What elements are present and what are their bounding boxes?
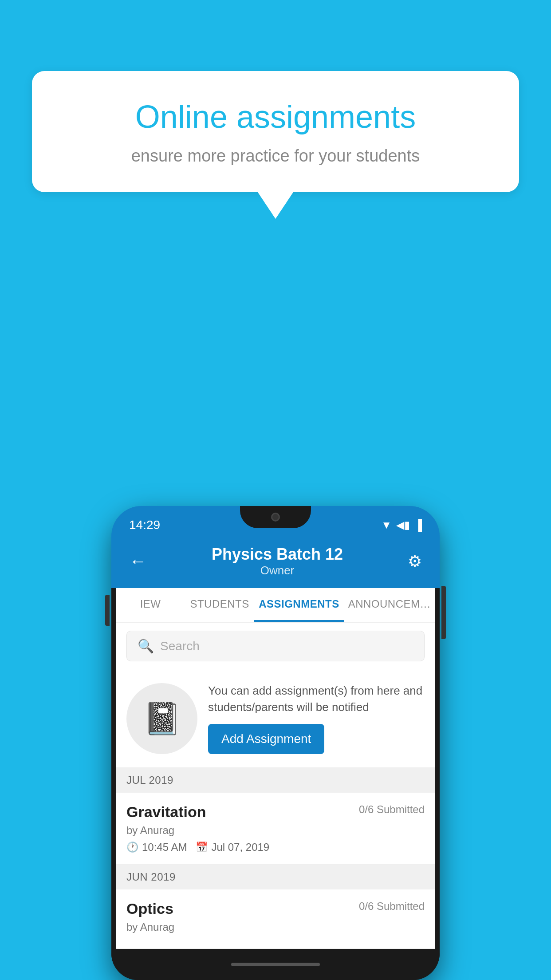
speech-bubble: Online assignments ensure more practice … bbox=[32, 71, 519, 192]
assignment-submitted: 0/6 Submitted bbox=[359, 803, 425, 816]
assignment-promo-text: You can add assignment(s) from here and … bbox=[208, 683, 425, 715]
speech-bubble-title: Online assignments bbox=[67, 98, 484, 136]
header-title: Physics Batch 12 bbox=[147, 545, 408, 564]
assignment-item-optics-top: Optics 0/6 Submitted bbox=[126, 900, 425, 917]
status-bar: 14:29 ▼ ◀▮ ▐ bbox=[111, 506, 440, 536]
meta-time: 🕐 10:45 AM bbox=[126, 841, 187, 854]
header-subtitle: Owner bbox=[147, 564, 408, 577]
assignment-optics-submitted: 0/6 Submitted bbox=[359, 900, 425, 913]
assignment-optics-by: by Anurag bbox=[126, 921, 425, 933]
settings-button[interactable]: ⚙ bbox=[408, 552, 422, 571]
phone-notch bbox=[240, 506, 311, 528]
front-camera bbox=[271, 513, 280, 522]
assignment-icon-circle: 📓 bbox=[126, 683, 197, 754]
assignment-time: 10:45 AM bbox=[142, 841, 187, 854]
speech-bubble-arrow bbox=[258, 192, 293, 219]
phone-volume-button bbox=[105, 595, 110, 626]
home-indicator[interactable] bbox=[231, 963, 320, 966]
header-center: Physics Batch 12 Owner bbox=[147, 545, 408, 577]
status-time: 14:29 bbox=[129, 518, 160, 532]
tabs-container: IEW STUDENTS ASSIGNMENTS ANNOUNCEM… bbox=[116, 588, 435, 623]
calendar-icon: 📅 bbox=[196, 842, 208, 853]
search-placeholder: Search bbox=[160, 639, 200, 653]
search-icon: 🔍 bbox=[138, 638, 154, 654]
tab-students[interactable]: STUDENTS bbox=[185, 588, 254, 622]
assignment-name: Gravitation bbox=[126, 803, 206, 821]
search-bar[interactable]: 🔍 Search bbox=[126, 631, 425, 661]
phone-bottom-bar bbox=[111, 949, 440, 980]
assignment-item-top: Gravitation 0/6 Submitted bbox=[126, 803, 425, 821]
assignment-by: by Anurag bbox=[126, 824, 425, 837]
speech-bubble-container: Online assignments ensure more practice … bbox=[32, 71, 519, 219]
status-icons: ▼ ◀▮ ▐ bbox=[381, 519, 422, 531]
month-header-jun: JUN 2019 bbox=[116, 865, 435, 889]
tab-announcements[interactable]: ANNOUNCEM… bbox=[344, 588, 435, 622]
meta-date: 📅 Jul 07, 2019 bbox=[196, 841, 269, 854]
assignment-date: Jul 07, 2019 bbox=[211, 841, 269, 854]
clock-icon: 🕐 bbox=[126, 842, 138, 853]
phone-device: 14:29 ▼ ◀▮ ▐ ← Physics Batch 12 Owner ⚙ bbox=[111, 506, 440, 980]
tab-assignments[interactable]: ASSIGNMENTS bbox=[254, 588, 344, 622]
signal-icon: ◀▮ bbox=[396, 519, 410, 531]
phone-power-button bbox=[441, 586, 446, 639]
back-button[interactable]: ← bbox=[129, 551, 147, 571]
tab-iew[interactable]: IEW bbox=[116, 588, 185, 622]
phone-screen: IEW STUDENTS ASSIGNMENTS ANNOUNCEM… 🔍 Se… bbox=[116, 588, 435, 949]
speech-bubble-subtitle: ensure more practice for your students bbox=[67, 146, 484, 166]
assignment-promo-right: You can add assignment(s) from here and … bbox=[208, 683, 425, 754]
phone-wrapper: 14:29 ▼ ◀▮ ▐ ← Physics Batch 12 Owner ⚙ bbox=[111, 506, 440, 980]
assignment-item-optics[interactable]: Optics 0/6 Submitted by Anurag bbox=[116, 889, 435, 949]
assignment-item-gravitation[interactable]: Gravitation 0/6 Submitted by Anurag 🕐 10… bbox=[116, 793, 435, 865]
wifi-icon: ▼ bbox=[381, 519, 392, 531]
app-header: ← Physics Batch 12 Owner ⚙ bbox=[111, 536, 440, 588]
assignment-optics-name: Optics bbox=[126, 900, 173, 917]
battery-icon: ▐ bbox=[414, 519, 422, 531]
month-header-jul: JUL 2019 bbox=[116, 768, 435, 793]
add-assignment-button[interactable]: Add Assignment bbox=[208, 724, 324, 754]
assignment-notebook-icon: 📓 bbox=[143, 700, 181, 737]
search-bar-wrapper: 🔍 Search bbox=[116, 623, 435, 669]
add-assignment-section: 📓 You can add assignment(s) from here an… bbox=[116, 669, 435, 768]
assignment-meta: 🕐 10:45 AM 📅 Jul 07, 2019 bbox=[126, 841, 425, 854]
